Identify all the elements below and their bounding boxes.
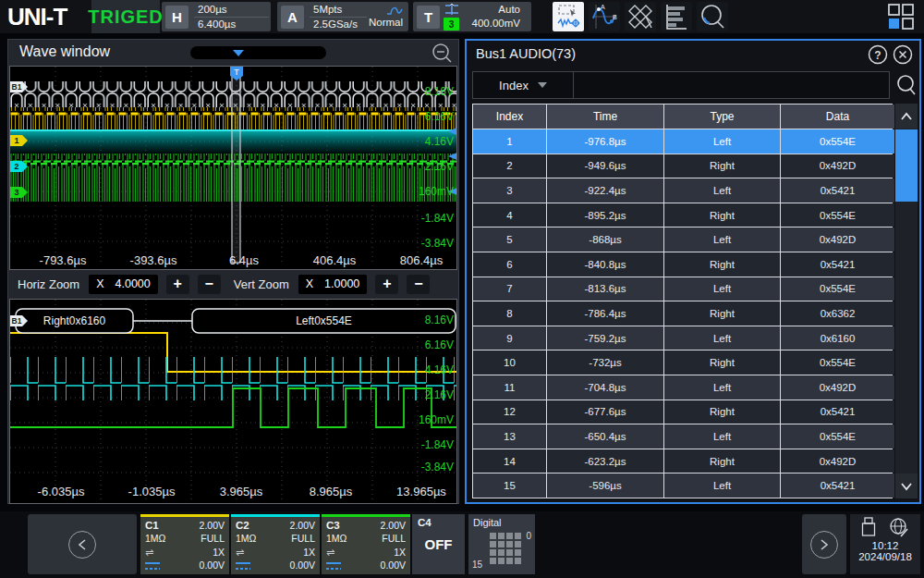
timebase-value: 200µs xyxy=(192,3,271,17)
help-button[interactable]: ? xyxy=(868,44,888,68)
offset-icon xyxy=(326,562,341,570)
search-tool-icon xyxy=(699,3,726,31)
acquire-module[interactable]: A 5Mpts 2.5GSa/s Normal xyxy=(277,2,408,31)
status-cell[interactable]: 10:12 2024/09/18 xyxy=(850,514,920,574)
ch2-zoom-trace xyxy=(10,357,457,400)
clock-time: 10:12 xyxy=(850,540,920,551)
volt-label: -3.84V xyxy=(421,461,454,473)
trigger-sweep: Auto xyxy=(492,3,526,17)
decode-frame-right: Right0x6160 xyxy=(16,309,133,333)
svg-text:A: A xyxy=(601,4,605,10)
wave-window-header: Wave window xyxy=(8,40,458,66)
close-icon xyxy=(893,44,913,65)
column-header[interactable]: Time xyxy=(547,105,663,129)
help-icon: ? xyxy=(868,44,888,65)
bus1-marker[interactable]: B1 xyxy=(12,82,22,92)
ch1-offset: 0.00V xyxy=(200,560,225,572)
digital-channel-grid xyxy=(490,533,521,564)
zoom-out-button[interactable] xyxy=(432,43,453,68)
volt-label: 6.16V xyxy=(425,111,454,122)
ch3-marker[interactable]: 3 xyxy=(14,188,18,197)
wave-select-icon xyxy=(556,4,580,30)
close-button[interactable] xyxy=(893,44,913,68)
horizontal-module[interactable]: H 200µs 6.400µs xyxy=(162,2,271,31)
prev-page-button[interactable] xyxy=(28,514,137,574)
offset-icon xyxy=(236,562,250,570)
ch2-probe: 1X xyxy=(303,547,315,559)
channel-card-c4[interactable]: C4 OFF xyxy=(412,514,465,574)
svg-text:B: B xyxy=(613,14,617,20)
ch3-offset: 0.00V xyxy=(381,560,406,572)
zoom-region-indicator[interactable] xyxy=(232,67,240,263)
ch2-offset: 0.00V xyxy=(290,560,315,572)
horiz-zoom-value: 4.0000 xyxy=(116,277,151,290)
display-layout-button[interactable] xyxy=(883,2,918,31)
column-header[interactable]: Type xyxy=(664,105,780,129)
decode-table: Index Time Type Data 1-976.8µsLeft0x554E… xyxy=(472,104,893,498)
magnifier-minus-icon xyxy=(432,43,453,64)
search-icon xyxy=(895,73,918,97)
zoom-wave-display[interactable]: B1 Right0x6160 Left0x554E 8.16V 6.16V 4.… xyxy=(9,299,457,504)
ch3-bandwidth: FULL xyxy=(382,533,406,545)
trigger-flag-label: T xyxy=(234,68,239,77)
ch3-impedance: 1MΩ xyxy=(326,533,346,545)
time-label: 3.965µs xyxy=(220,485,263,498)
time-label: -793.6µs xyxy=(40,253,87,267)
mult-sign: X xyxy=(306,277,313,290)
ch3-scale: 2.00V xyxy=(381,520,406,532)
channel-card-c2[interactable]: C22.00V 1MΩFULL ⇌1X 0.00V xyxy=(231,514,320,574)
time-label: 13.965µs xyxy=(396,485,446,498)
trigger-module[interactable]: T 3 Auto 400.00mV xyxy=(413,2,531,31)
horiz-zoom-out-button[interactable]: − xyxy=(198,275,221,294)
scrollbar-thumb[interactable] xyxy=(895,129,918,202)
channel-card-c1[interactable]: C12.00V 1MΩFULL ⇌1X 0.00V xyxy=(140,514,229,574)
time-label: 6.4µs xyxy=(229,253,259,267)
xy-mode-icon xyxy=(627,4,653,30)
vert-zoom-out-button[interactable]: − xyxy=(407,275,430,294)
horiz-zoom-in-button[interactable]: + xyxy=(166,275,189,294)
horizontal-position-bar[interactable] xyxy=(190,46,326,59)
ch1-marker[interactable]: 1 xyxy=(14,136,18,145)
ch2-name: C2 xyxy=(236,520,249,532)
digital-channels-card[interactable]: Digital 0 15 xyxy=(468,514,535,574)
time-label: 8.965µs xyxy=(310,485,353,498)
digital-first-channel: 0 xyxy=(526,531,531,541)
vert-zoom-in-button[interactable]: + xyxy=(375,275,398,294)
search-tool-button[interactable] xyxy=(697,2,728,31)
volt-label: 8.16V xyxy=(425,86,454,97)
volt-label: 8.16V xyxy=(425,314,454,326)
brand-logo: UNI-T xyxy=(7,3,67,31)
xy-mode-button[interactable] xyxy=(625,2,656,31)
chevron-right-icon xyxy=(810,531,838,559)
scroll-up-button[interactable] xyxy=(895,104,918,129)
top-bar: UNI-T TRIGED H 200µs 6.400µs A 5Mpts 2.5… xyxy=(0,0,924,33)
search-button[interactable] xyxy=(895,73,918,101)
cursor-ab-button[interactable]: A B xyxy=(589,2,620,31)
svg-text:?: ? xyxy=(874,49,881,62)
search-input[interactable] xyxy=(574,72,889,98)
volt-label: -1.84V xyxy=(421,213,454,224)
table-scrollbar[interactable] xyxy=(895,104,918,498)
column-header[interactable]: Index xyxy=(473,105,546,129)
main-wave-display[interactable]: T B1 1 2 3 8.16V 6.16V 4.16V 2.16V xyxy=(9,66,457,270)
ch2-scale: 2.00V xyxy=(290,520,315,532)
ch3-name: C3 xyxy=(326,520,340,532)
column-header[interactable]: Data xyxy=(781,105,894,129)
histogram-button[interactable] xyxy=(661,2,692,31)
clock-date: 2024/09/18 xyxy=(850,551,920,562)
channel-card-c3[interactable]: C32.00V 1MΩFULL ⇌1X 0.00V xyxy=(322,514,410,574)
ch3-probe: 1X xyxy=(394,547,406,559)
coupling-icon: ⇌ xyxy=(236,547,244,557)
histogram-icon xyxy=(664,4,688,30)
chevron-down-icon xyxy=(538,82,547,88)
vert-zoom-value-box[interactable]: X 1.0000 xyxy=(298,275,368,294)
delay-marker-icon[interactable] xyxy=(233,50,244,56)
decode-panel-title: Bus1 AUDIO(73) xyxy=(476,46,576,61)
scroll-down-button[interactable] xyxy=(895,473,918,498)
volt-label: 2.16V xyxy=(425,389,454,400)
filter-field-dropdown[interactable]: Index xyxy=(473,79,573,92)
ch2-marker[interactable]: 2 xyxy=(14,162,18,171)
wave-select-tool-button[interactable] xyxy=(553,2,584,31)
next-page-button[interactable] xyxy=(802,514,846,574)
horiz-zoom-value-box[interactable]: X 4.0000 xyxy=(89,275,158,294)
